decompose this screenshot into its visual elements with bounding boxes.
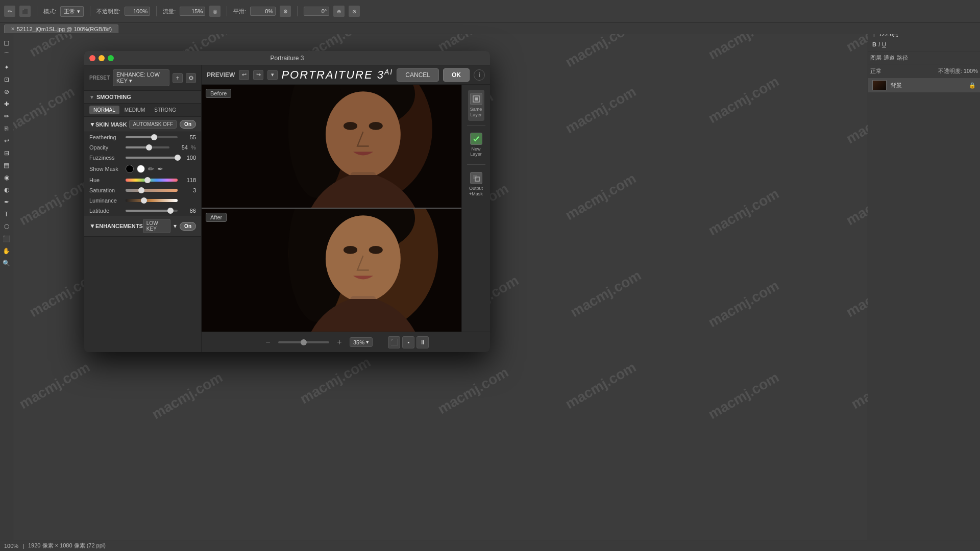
- luminance-slider[interactable]: [126, 199, 178, 202]
- zoom-btn[interactable]: 🔍: [1, 258, 12, 269]
- dialog-title-text: Portraiture 3: [270, 55, 304, 62]
- brush-btn[interactable]: ✏: [1, 111, 12, 122]
- feathering-label: Feathering: [89, 134, 122, 140]
- brush-tool-icon[interactable]: ✏: [4, 6, 15, 17]
- zoom-in-btn[interactable]: +: [334, 337, 345, 347]
- path-btn[interactable]: ⬡: [1, 221, 12, 232]
- dodge-btn[interactable]: ◐: [1, 184, 12, 195]
- latitude-slider[interactable]: [126, 210, 178, 212]
- preview-toggle-btn[interactable]: ▾: [267, 70, 278, 80]
- opacity-slider[interactable]: [126, 146, 169, 148]
- healing-btn[interactable]: ✚: [1, 98, 12, 110]
- document-tab[interactable]: ✕ 52112_jQm1SL.jpg @ 100%(RGB/8#): [4, 24, 118, 33]
- info-button[interactable]: i: [474, 69, 485, 81]
- marquee-tool-btn[interactable]: ▢: [1, 37, 12, 48]
- feathering-slider[interactable]: [126, 136, 178, 138]
- minimize-button[interactable]: [99, 55, 105, 61]
- opacity-value[interactable]: 100%: [125, 7, 150, 16]
- feathering-row: Feathering 55: [84, 132, 201, 142]
- add-preset-btn[interactable]: +: [173, 73, 183, 83]
- saturation-label: Saturation: [89, 187, 122, 193]
- eraser-mask-icon[interactable]: ✒: [157, 165, 163, 173]
- cancel-button[interactable]: CANCEL: [397, 68, 439, 82]
- smoothing-settings-icon[interactable]: ⚙: [280, 6, 291, 17]
- zoom-thumb[interactable]: [301, 339, 307, 345]
- new-layer-option[interactable]: NewLayer: [468, 130, 484, 161]
- view-side-btn[interactable]: ▪: [402, 336, 414, 348]
- eyedropper-btn[interactable]: ⊘: [1, 86, 12, 97]
- tab-medium[interactable]: MEDIUM: [120, 106, 150, 114]
- blur-btn[interactable]: ◉: [1, 172, 12, 183]
- crop-tool-btn[interactable]: ⊡: [1, 74, 12, 85]
- redo-btn[interactable]: ↪: [253, 70, 263, 80]
- pressure-icon[interactable]: ⊕: [333, 6, 345, 17]
- flow-value[interactable]: 15%: [180, 7, 205, 16]
- bold-btn[interactable]: B: [872, 41, 876, 47]
- channels-tab[interactable]: 通道: [884, 54, 895, 62]
- view-compare-btn[interactable]: ⏸: [416, 336, 429, 348]
- output-mask-option[interactable]: Output+Mask: [467, 169, 485, 200]
- mask-dot-black[interactable]: [126, 165, 134, 173]
- opacity-slider-value: 54: [173, 144, 188, 151]
- preset-dropdown[interactable]: ENHANCE: LOW KEY ▾: [113, 69, 169, 86]
- enhancements-on-btn[interactable]: On: [180, 222, 196, 231]
- new-layer-checkmark-icon: [470, 133, 482, 145]
- airbrush-icon[interactable]: ◎: [209, 6, 220, 17]
- automask-btn[interactable]: AUTOMASK OFF: [129, 120, 177, 129]
- pen-btn[interactable]: ✒: [1, 196, 12, 208]
- paths-tab[interactable]: 路径: [897, 54, 908, 62]
- magic-wand-btn[interactable]: ✦: [1, 62, 12, 73]
- zoom-out-btn[interactable]: −: [263, 337, 273, 347]
- close-icon[interactable]: ✕: [11, 26, 15, 32]
- saturation-slider[interactable]: [126, 189, 178, 192]
- undo-btn[interactable]: ↩: [239, 70, 249, 80]
- shape-btn[interactable]: ⬛: [1, 233, 12, 244]
- history-btn[interactable]: ↩: [1, 135, 12, 146]
- smoothing-header[interactable]: ▼ SMOOTHING: [84, 91, 201, 104]
- hand-btn[interactable]: ✋: [1, 245, 12, 257]
- underline-btn[interactable]: U: [882, 41, 886, 47]
- preset-label: PRESET: [89, 75, 110, 81]
- symmetry-icon[interactable]: ⊗: [349, 6, 360, 17]
- hue-slider[interactable]: [126, 179, 178, 182]
- settings-preset-btn[interactable]: ⚙: [186, 73, 196, 83]
- eraser-btn[interactable]: ⊟: [1, 147, 12, 159]
- mode-label: 模式:: [43, 8, 56, 15]
- brush-preset-icon[interactable]: ⬛: [19, 6, 31, 17]
- close-button[interactable]: [89, 55, 95, 61]
- same-layer-option[interactable]: SameLayer: [468, 90, 484, 121]
- enhancements-title: ENHANCEMENTS: [95, 223, 143, 229]
- view-split-btn[interactable]: ⬛: [388, 336, 400, 348]
- enhancements-preset-btn[interactable]: LOW KEY: [143, 219, 170, 233]
- layers-panel-header: 图层 通道 路径: [868, 52, 980, 64]
- text-btn[interactable]: T: [1, 209, 12, 220]
- zoom-slider[interactable]: [278, 341, 329, 343]
- fuzziness-slider[interactable]: [126, 157, 178, 159]
- gradient-btn[interactable]: ▤: [1, 160, 12, 171]
- tab-strong[interactable]: STRONG: [150, 106, 180, 114]
- same-layer-label: SameLayer: [470, 107, 482, 118]
- lasso-tool-btn[interactable]: ⌒: [1, 49, 12, 61]
- italic-btn[interactable]: I: [878, 41, 880, 47]
- angle-value[interactable]: 0°: [304, 7, 329, 16]
- bottom-separator: |: [22, 543, 24, 549]
- smoothing-value[interactable]: 0%: [250, 7, 276, 16]
- mask-dot-white[interactable]: [137, 165, 145, 173]
- dialog-titlebar: Portraiture 3: [84, 51, 490, 65]
- dialog-body: PRESET ENHANCE: LOW KEY ▾ + ⚙ ▼ SMOOTHIN…: [84, 65, 490, 352]
- tab-normal[interactable]: NORMAL: [89, 106, 119, 114]
- pencil-icon[interactable]: ✏: [148, 165, 154, 173]
- toolbar-separator-4: [227, 6, 227, 16]
- layer-name: 背景: [891, 82, 902, 89]
- enhancements-header[interactable]: ▼ ENHANCEMENTS LOW KEY ▾ On: [84, 216, 201, 237]
- maximize-button[interactable]: [108, 55, 114, 61]
- output-mask-icon: [470, 172, 482, 184]
- after-preview: After: [202, 209, 490, 332]
- zoom-value-btn[interactable]: 35% ▾: [350, 337, 373, 347]
- layers-tab[interactable]: 图层: [870, 54, 881, 62]
- layer-item-background[interactable]: 背景 🔒: [868, 78, 980, 92]
- ok-button[interactable]: OK: [443, 68, 470, 82]
- mode-dropdown[interactable]: 正常 ▾: [60, 6, 84, 17]
- skin-mask-on-btn[interactable]: On: [180, 120, 196, 129]
- clone-btn[interactable]: ⎘: [1, 123, 12, 134]
